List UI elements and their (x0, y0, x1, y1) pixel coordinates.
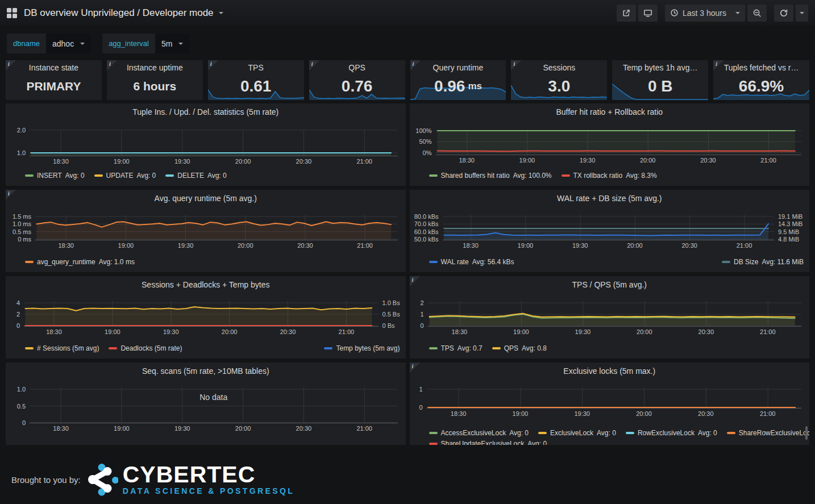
info-corner[interactable] (410, 60, 421, 70)
y-axis-label-right: 9.5 MiB (778, 228, 799, 235)
dashboard-title[interactable]: DB overview Unprivileged / Developer mod… (24, 7, 214, 19)
legend-item-deadlocks-5m-rate-[interactable]: Deadlocks (5m rate) (109, 344, 182, 352)
y-axis-label: 0 (16, 322, 20, 329)
info-corner[interactable] (107, 60, 117, 70)
x-axis-label: 19:00 (513, 328, 529, 335)
stat-panel-8: iTuples fetched vs r…66.9% (713, 60, 809, 100)
info-corner[interactable] (410, 276, 420, 286)
info-corner[interactable] (6, 60, 16, 70)
x-axis-label: 19:30 (163, 328, 179, 335)
legend-item-update[interactable]: UPDATEAvg: 0 (94, 172, 156, 180)
legend-item-tps[interactable]: TPSAvg: 0.7 (429, 344, 483, 352)
x-axis-label: 20:00 (640, 157, 656, 164)
chart-title[interactable]: Seq. scans (5m rate, >10MB tables) (6, 363, 406, 376)
legend-row: WAL rateAvg: 56.4 kBsDB SizeAvg: 11.6 Mi… (429, 256, 804, 267)
legend-item-temp-bytes-5m-avg-[interactable]: Temp bytes (5m avg) (324, 344, 400, 352)
legend: INSERTAvg: 0UPDATEAvg: 0DELETEAvg: 0 (25, 170, 400, 181)
legend-swatch (722, 261, 730, 263)
stat-title[interactable]: Temp bytes 1h avg… (612, 63, 708, 72)
legend-item-exclusivelock[interactable]: ExclusiveLockAvg: 0 (538, 429, 616, 437)
no-data-text: No data (199, 393, 227, 402)
legend-item-wal-rate[interactable]: WAL rateAvg: 56.4 kBs (429, 258, 514, 266)
variable-agg-interval[interactable]: agg_interval 5m (102, 34, 189, 53)
stat-title[interactable]: QPS (309, 63, 405, 72)
chart-title[interactable]: Exclusive locks (5m max.) (410, 363, 810, 376)
navbar: DB overview Unprivileged / Developer mod… (0, 0, 815, 26)
legend-swatch (429, 261, 438, 263)
legend-series-name: # Sessions (5m avg) (37, 344, 99, 352)
chart-title[interactable]: Tuple Ins. / Upd. / Del. statistics (5m … (6, 103, 406, 116)
chart-panel-sessions-deadlocks-temp: Sessions + Deadlocks + Temp bytes41.0 Bs… (6, 276, 406, 359)
y-axis-label: 2.0 (17, 127, 26, 134)
legend-item-qps[interactable]: QPSAvg: 0.8 (492, 344, 547, 352)
stat-title[interactable]: TPS (208, 63, 304, 72)
legend-item-tx-rollback-ratio[interactable]: TX rollback ratioAvg: 8.3% (562, 172, 657, 180)
stat-value-suffix: ms (468, 81, 482, 92)
legend-scrollbar[interactable] (805, 426, 808, 440)
legend-item-shareupdateexclusivelock[interactable]: ShareUpdateExclusiveLockAvg: 0 (429, 440, 547, 445)
stat-title[interactable]: Instance state (6, 63, 102, 72)
stat-title[interactable]: Instance uptime (107, 63, 203, 72)
zoom-out-button[interactable] (747, 5, 767, 22)
chevron-down-icon (178, 43, 183, 45)
refresh-button[interactable] (774, 5, 793, 22)
legend-item-insert[interactable]: INSERTAvg: 0 (25, 172, 85, 180)
info-corner[interactable] (309, 60, 319, 70)
legend-item-delete[interactable]: DELETEAvg: 0 (165, 172, 227, 180)
info-corner[interactable] (410, 363, 420, 373)
legend-item-shared-buffers-hit-ratio[interactable]: Shared buffers hit ratioAvg: 100.0% (429, 172, 552, 180)
plot-area: 10 (427, 388, 802, 409)
variable-value-dropdown[interactable]: adhoc (46, 34, 91, 53)
legend-series-avg: Avg: 100.0% (513, 172, 552, 180)
x-axis-label: 20:30 (296, 425, 312, 432)
info-corner[interactable] (713, 60, 723, 70)
legend-item--sessions-5m-avg-[interactable]: # Sessions (5m avg) (25, 344, 99, 352)
y-axis-label: 0% (423, 149, 432, 156)
legend-swatch (25, 174, 34, 177)
info-corner[interactable] (6, 190, 16, 200)
info-corner[interactable] (511, 60, 521, 70)
x-axis-label: 20:30 (297, 242, 313, 249)
zoom-out-icon (752, 9, 762, 18)
stat-title[interactable]: Sessions (511, 63, 607, 72)
legend-item-rowexclusivelock[interactable]: RowExclusiveLockAvg: 0 (626, 429, 717, 437)
chart-title[interactable]: Buffer hit ratio + Rollback ratio (410, 103, 810, 116)
legend-swatch (492, 347, 501, 349)
legend-item-db-size[interactable]: DB SizeAvg: 11.6 MiB (722, 258, 804, 266)
variable-dbname[interactable]: dbname adhoc (7, 34, 91, 53)
chevron-down-icon (735, 12, 740, 14)
legend-item-accessexclusivelock[interactable]: AccessExclusiveLockAvg: 0 (429, 429, 529, 437)
stat-title[interactable]: Query runtime (410, 63, 506, 72)
y-axis-label: 0 (22, 419, 26, 426)
x-axis-label: 20:30 (681, 242, 697, 249)
chart-panel-exclusive-locks: iExclusive locks (5m max.)1018:3019:0019… (410, 363, 810, 445)
legend-item-sharerowexclusivelock[interactable]: ShareRowExclusiveLockAvg: 0 (727, 429, 809, 437)
chart-title[interactable]: WAL rate + DB size (5m avg.) (410, 190, 810, 203)
stat-panels-row: iInstance statePRIMARYiInstance uptime6 … (6, 60, 809, 100)
x-axis-label: 19:00 (105, 328, 120, 335)
time-range-picker[interactable]: Last 3 hours (665, 5, 745, 22)
legend-series-name: QPS (504, 344, 518, 352)
dashboards-icon[interactable] (7, 8, 17, 18)
refresh-interval-button[interactable] (796, 5, 808, 22)
chart-title[interactable]: TPS / QPS (5m avg.) (410, 276, 810, 289)
stat-value: PRIMARY (6, 73, 102, 100)
refresh-icon (779, 9, 788, 18)
chart-title[interactable]: Avg. query runtime (5m avg.) (6, 190, 406, 203)
y-axis-label-right: 0 Bs (382, 322, 395, 329)
chart-title[interactable]: Sessions + Deadlocks + Temp bytes (6, 276, 406, 289)
y-axis-label: 70.0 kBs (414, 220, 439, 227)
chart-panel-buffer-hit-rollback: Buffer hit ratio + Rollback ratio100%50%… (410, 103, 810, 186)
info-corner[interactable] (208, 60, 218, 70)
variable-value-dropdown[interactable]: 5m (155, 34, 189, 53)
legend-item-avg-query-runtime[interactable]: avg_query_runtimeAvg: 1.0 ms (25, 258, 135, 266)
legend-series-avg: Avg: 11.6 MiB (762, 258, 804, 266)
x-axis-label: 19:00 (518, 242, 534, 249)
y-axis-label: 1.0 (17, 386, 26, 393)
tv-mode-button[interactable] (638, 5, 658, 22)
x-axis-label: 19:30 (174, 425, 190, 432)
cybertec-logo: CYBERTEC DATA SCIENCE & POSTGRESQL (86, 463, 295, 496)
legend-series-name: WAL rate (441, 258, 469, 266)
stat-title[interactable]: Tuples fetched vs r… (713, 63, 809, 72)
share-button[interactable] (617, 5, 636, 22)
